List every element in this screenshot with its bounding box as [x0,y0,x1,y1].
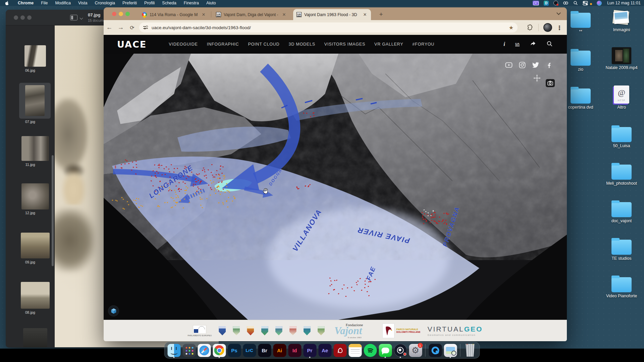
municipal-crest-icon[interactable] [261,326,268,336]
nav-vr-gallery[interactable]: VR GALLERY [374,42,403,47]
menu-modifica[interactable]: Modifica [55,1,71,5]
dock-bridge[interactable]: Br [258,343,272,358]
chrome-menu-icon[interactable]: ••• [556,25,563,30]
desktop-icon-50-luisa[interactable]: 50_Luisa [601,125,642,148]
minimize-button[interactable] [119,12,123,16]
3d-viewport[interactable]: LONGARONEDOGNAVILLANOVAPIAVE RIVERPROVAG… [104,54,567,320]
municipal-crest-icon[interactable] [247,326,254,336]
site-logo[interactable]: UACE [117,39,147,50]
control-center-icon[interactable] [583,1,588,5]
nav-3d-models[interactable]: 3D MODELS [288,42,315,47]
municipal-crest-icon[interactable] [304,326,311,336]
zoom-button[interactable] [125,12,130,16]
desktop-icon-meli-photoshoot[interactable]: Meli_photoshoot [601,163,642,186]
nav-infographic[interactable]: INFOGRAPHIC [207,42,239,47]
municipal-crest-icon[interactable] [233,326,240,336]
uace-mark-icon[interactable]: UA [515,43,520,46]
sidebar-toggle-icon[interactable] [70,15,77,20]
thumbnail-12[interactable] [21,183,49,209]
3d-model-cube-button[interactable] [108,306,119,316]
tab-vajont-dam[interactable]: Vajont Dam, Diga del Vajont - ✕ [213,9,290,20]
desktop-icon-altro[interactable]: Altro [601,85,642,110]
dock-chrome[interactable] [212,343,226,358]
eu-parliament-logo[interactable]: PARLAMENTO EUROPEO [188,325,212,337]
dock-settings[interactable]: ⚙1 [409,343,423,358]
dock-notes[interactable] [348,343,362,358]
municipal-crest-icon[interactable] [275,326,282,336]
close-button[interactable] [112,12,116,16]
fondazione-vajont-logo[interactable]: Fondazione Vajont 9 ottobre 1963 [332,322,375,340]
link-status-icon[interactable] [563,1,569,5]
back-button[interactable]: ← [104,24,115,31]
menu-vista[interactable]: Vista [78,1,88,5]
desktop-icon-te-studios[interactable]: TE studios [601,238,642,261]
dock-lightroom[interactable]: LrC [243,343,257,358]
youtube-icon[interactable] [505,61,513,69]
menu-file[interactable]: File [41,1,48,5]
tab-search-chevron-icon[interactable] [556,11,561,15]
address-bar[interactable]: uace.eu/vajont-dam-sacile/3d-models/1963… [139,22,518,33]
minimize-button[interactable] [20,15,25,20]
municipal-crest-icon[interactable] [318,326,325,336]
instagram-icon[interactable] [518,61,526,69]
municipal-crest-icon[interactable] [219,326,226,336]
dock-acrobat[interactable] [333,343,347,358]
dock-indesign[interactable]: Id [288,343,302,358]
chevron-down-icon[interactable] [80,16,83,20]
thumbnail-07-selected[interactable] [25,85,45,116]
nav-point-cloud[interactable]: POINT CLOUD [248,42,279,47]
dock-spotify[interactable] [363,343,377,358]
tab-close-icon[interactable]: ✕ [362,12,368,17]
thumbnail-08[interactable] [21,282,50,309]
dock-obs[interactable] [393,343,408,358]
info-icon[interactable]: i [503,41,505,48]
extensions-icon[interactable] [526,24,533,31]
desktop-icon-natale-2009[interactable]: Natale 2009.mp4 [601,47,642,70]
tab-close-icon[interactable]: ✕ [281,12,287,17]
menu-finestra[interactable]: Finestra [184,1,199,5]
virtualgeo-logo[interactable]: VIRTUALGEO Geomatics and communication [427,325,483,337]
dock-trash[interactable] [463,343,477,358]
screen-mirroring-icon[interactable] [533,1,539,5]
parco-dolomiti-logo[interactable]: PARCO NATURALE DOLOMITI FRIULANE [382,323,421,338]
menu-preferiti[interactable]: Preferiti [122,1,137,5]
zoom-button[interactable] [27,15,32,20]
menu-clock[interactable]: Lun 12 mag 11:01 [607,1,641,5]
municipal-crest-icon[interactable] [289,326,297,336]
url-text[interactable]: uace.eu/vajont-dam-sacile/3d-models/1963… [152,25,509,30]
site-settings-icon[interactable] [143,25,149,30]
menu-aiuto[interactable]: Aiuto [206,1,216,5]
spotlight-icon[interactable] [573,1,578,5]
dock-illustrator[interactable]: Ai [273,343,287,358]
obs-status-icon[interactable] [553,1,558,5]
thumbnail-09[interactable] [21,233,50,258]
profile-avatar[interactable] [543,23,552,32]
nav-videoguide[interactable]: VIDEOGUIDE [169,42,198,47]
davinci-status-icon[interactable]: D [544,1,549,6]
tab-bar[interactable]: 114 Via Roma - Google Maps ✕ Vajont Dam,… [104,7,567,20]
thumbnail-11[interactable] [21,136,49,161]
desktop-icon-video-pianoforte[interactable]: Video Pianoforte [601,275,642,298]
bookmark-star-icon[interactable]: ★ [509,24,514,31]
tab-google-maps[interactable]: 114 Via Roma - Google Maps ✕ [139,9,210,20]
desktop-icon-doc-vajont[interactable]: doc_vajont [601,200,642,223]
share-icon[interactable] [530,40,536,48]
twitter-icon[interactable] [532,61,540,69]
thumbnail-06[interactable] [24,45,46,67]
dock-safari[interactable] [197,343,211,358]
screenshot-camera-button[interactable] [546,79,555,87]
nav-visitors-images[interactable]: VISITORS IMAGES [324,42,365,47]
search-icon[interactable] [546,41,553,48]
tab-vajont-flood-active[interactable]: Vajont Dam 1963 Flood - 3D ✕ [293,9,371,20]
menu-profili[interactable]: Profili [144,1,155,5]
menu-scheda[interactable]: Scheda [162,1,176,5]
siri-icon[interactable] [597,1,602,6]
thumbnail-partial[interactable] [23,328,47,347]
dock-finder[interactable] [167,343,181,358]
tab-close-icon[interactable]: ✕ [201,12,206,17]
dock-preview-app[interactable] [443,343,458,358]
pan-control-icon[interactable] [533,74,541,83]
menu-cronologia[interactable]: Cronologia [95,1,115,5]
sidebar-scrollbar[interactable] [52,155,54,266]
desktop-icon-immagini[interactable]: Immagini [601,10,642,32]
